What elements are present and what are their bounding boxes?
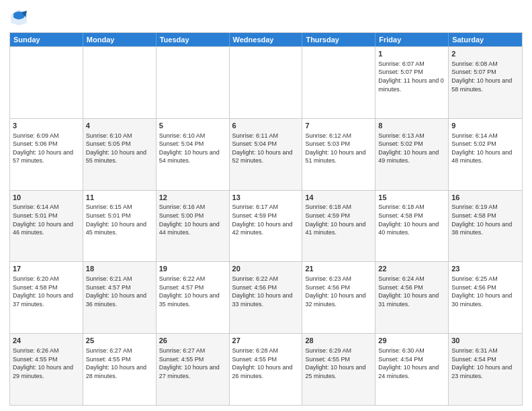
- cell-info: Sunrise: 6:11 AMSunset: 5:04 PMDaylight:…: [232, 132, 300, 165]
- cal-cell: 13Sunrise: 6:17 AMSunset: 4:59 PMDayligh…: [230, 191, 303, 262]
- day-number: 13: [232, 193, 300, 203]
- cell-info: Sunrise: 6:21 AMSunset: 4:57 PMDaylight:…: [86, 275, 153, 308]
- cell-info: Sunrise: 6:09 AMSunset: 5:06 PMDaylight:…: [13, 132, 80, 165]
- cal-cell: 22Sunrise: 6:24 AMSunset: 4:56 PMDayligh…: [375, 262, 449, 333]
- cell-info: Sunrise: 6:19 AMSunset: 4:58 PMDaylight:…: [451, 203, 519, 236]
- cell-info: Sunrise: 6:10 AMSunset: 5:04 PMDaylight:…: [159, 132, 226, 165]
- cal-cell: 25Sunrise: 6:27 AMSunset: 4:55 PMDayligh…: [83, 334, 157, 405]
- week-row-5: 24Sunrise: 6:26 AMSunset: 4:55 PMDayligh…: [10, 333, 522, 405]
- week-row-4: 17Sunrise: 6:20 AMSunset: 4:58 PMDayligh…: [10, 261, 522, 333]
- day-number: 30: [451, 336, 519, 346]
- day-number: 22: [378, 264, 445, 274]
- day-number: 21: [305, 264, 372, 274]
- page-container: SundayMondayTuesdayWednesdayThursdayFrid…: [0, 0, 532, 411]
- cell-info: Sunrise: 6:14 AMSunset: 5:01 PMDaylight:…: [13, 203, 80, 236]
- cell-info: Sunrise: 6:25 AMSunset: 4:56 PMDaylight:…: [451, 275, 519, 308]
- cal-cell: 15Sunrise: 6:18 AMSunset: 4:58 PMDayligh…: [375, 191, 449, 262]
- cal-cell: [230, 47, 303, 118]
- page-header: [9, 8, 523, 27]
- cal-cell: 8Sunrise: 6:13 AMSunset: 5:02 PMDaylight…: [375, 119, 449, 190]
- cell-info: Sunrise: 6:13 AMSunset: 5:02 PMDaylight:…: [378, 132, 445, 165]
- day-number: 1: [378, 49, 445, 59]
- day-number: 28: [305, 336, 372, 346]
- day-number: 9: [451, 121, 519, 131]
- day-number: 2: [451, 49, 519, 59]
- cal-cell: 17Sunrise: 6:20 AMSunset: 4:58 PMDayligh…: [10, 262, 83, 333]
- cell-info: Sunrise: 6:27 AMSunset: 4:55 PMDaylight:…: [86, 347, 153, 380]
- logo: [9, 8, 31, 27]
- cell-info: Sunrise: 6:12 AMSunset: 5:03 PMDaylight:…: [305, 132, 372, 165]
- cal-cell: 14Sunrise: 6:18 AMSunset: 4:59 PMDayligh…: [302, 191, 375, 262]
- cell-info: Sunrise: 6:22 AMSunset: 4:56 PMDaylight:…: [232, 275, 300, 308]
- day-number: 29: [378, 336, 445, 346]
- day-number: 25: [86, 336, 153, 346]
- cal-cell: 21Sunrise: 6:23 AMSunset: 4:56 PMDayligh…: [302, 262, 375, 333]
- day-number: 24: [13, 336, 80, 346]
- cal-cell: 6Sunrise: 6:11 AMSunset: 5:04 PMDaylight…: [230, 119, 303, 190]
- cal-cell: 27Sunrise: 6:28 AMSunset: 4:55 PMDayligh…: [230, 334, 303, 405]
- day-header-monday: Monday: [83, 33, 157, 46]
- cal-cell: [157, 47, 230, 118]
- cell-info: Sunrise: 6:10 AMSunset: 5:05 PMDaylight:…: [86, 132, 153, 165]
- day-number: 16: [451, 193, 519, 203]
- cell-info: Sunrise: 6:24 AMSunset: 4:56 PMDaylight:…: [378, 275, 445, 308]
- cal-cell: 23Sunrise: 6:25 AMSunset: 4:56 PMDayligh…: [449, 262, 522, 333]
- cal-cell: [10, 47, 83, 118]
- cell-info: Sunrise: 6:14 AMSunset: 5:02 PMDaylight:…: [451, 132, 519, 165]
- day-header-tuesday: Tuesday: [157, 33, 230, 46]
- cell-info: Sunrise: 6:26 AMSunset: 4:55 PMDaylight:…: [13, 347, 80, 380]
- cal-cell: 26Sunrise: 6:27 AMSunset: 4:55 PMDayligh…: [157, 334, 230, 405]
- day-header-saturday: Saturday: [449, 33, 522, 46]
- cell-info: Sunrise: 6:31 AMSunset: 4:54 PMDaylight:…: [451, 347, 519, 380]
- cell-info: Sunrise: 6:17 AMSunset: 4:59 PMDaylight:…: [232, 203, 300, 236]
- cal-cell: 4Sunrise: 6:10 AMSunset: 5:05 PMDaylight…: [83, 119, 157, 190]
- cal-cell: 7Sunrise: 6:12 AMSunset: 5:03 PMDaylight…: [302, 119, 375, 190]
- cal-cell: 18Sunrise: 6:21 AMSunset: 4:57 PMDayligh…: [83, 262, 157, 333]
- week-row-3: 10Sunrise: 6:14 AMSunset: 5:01 PMDayligh…: [10, 190, 522, 262]
- cell-info: Sunrise: 6:29 AMSunset: 4:55 PMDaylight:…: [305, 347, 372, 380]
- cell-info: Sunrise: 6:22 AMSunset: 4:57 PMDaylight:…: [159, 275, 226, 308]
- cal-cell: 9Sunrise: 6:14 AMSunset: 5:02 PMDaylight…: [449, 119, 522, 190]
- day-number: 4: [86, 121, 153, 131]
- cal-cell: [83, 47, 157, 118]
- day-number: 20: [232, 264, 300, 274]
- day-number: 26: [159, 336, 226, 346]
- cal-cell: 12Sunrise: 6:16 AMSunset: 5:00 PMDayligh…: [157, 191, 230, 262]
- day-number: 11: [86, 193, 153, 203]
- cal-cell: 5Sunrise: 6:10 AMSunset: 5:04 PMDaylight…: [157, 119, 230, 190]
- day-number: 5: [159, 121, 226, 131]
- cal-cell: 30Sunrise: 6:31 AMSunset: 4:54 PMDayligh…: [449, 334, 522, 405]
- cal-cell: 1Sunrise: 6:07 AMSunset: 5:07 PMDaylight…: [375, 47, 449, 118]
- cal-cell: [302, 47, 375, 118]
- day-number: 27: [232, 336, 300, 346]
- cell-info: Sunrise: 6:15 AMSunset: 5:01 PMDaylight:…: [86, 203, 153, 236]
- cal-cell: 10Sunrise: 6:14 AMSunset: 5:01 PMDayligh…: [10, 191, 83, 262]
- day-number: 19: [159, 264, 226, 274]
- cal-cell: 11Sunrise: 6:15 AMSunset: 5:01 PMDayligh…: [83, 191, 157, 262]
- cal-cell: 19Sunrise: 6:22 AMSunset: 4:57 PMDayligh…: [157, 262, 230, 333]
- cell-info: Sunrise: 6:16 AMSunset: 5:00 PMDaylight:…: [159, 203, 226, 236]
- week-row-2: 3Sunrise: 6:09 AMSunset: 5:06 PMDaylight…: [10, 118, 522, 190]
- cell-info: Sunrise: 6:28 AMSunset: 4:55 PMDaylight:…: [232, 347, 300, 380]
- day-number: 18: [86, 264, 153, 274]
- day-number: 10: [13, 193, 80, 203]
- day-number: 8: [378, 121, 445, 131]
- cell-info: Sunrise: 6:08 AMSunset: 5:07 PMDaylight:…: [451, 60, 519, 93]
- cal-cell: 28Sunrise: 6:29 AMSunset: 4:55 PMDayligh…: [302, 334, 375, 405]
- day-header-thursday: Thursday: [302, 33, 375, 46]
- day-number: 7: [305, 121, 372, 131]
- calendar: SundayMondayTuesdayWednesdayThursdayFrid…: [9, 32, 523, 406]
- cal-cell: 20Sunrise: 6:22 AMSunset: 4:56 PMDayligh…: [230, 262, 303, 333]
- day-number: 23: [451, 264, 519, 274]
- cal-cell: 2Sunrise: 6:08 AMSunset: 5:07 PMDaylight…: [449, 47, 522, 118]
- cell-info: Sunrise: 6:20 AMSunset: 4:58 PMDaylight:…: [13, 275, 80, 308]
- week-row-1: 1Sunrise: 6:07 AMSunset: 5:07 PMDaylight…: [10, 46, 522, 118]
- cell-info: Sunrise: 6:23 AMSunset: 4:56 PMDaylight:…: [305, 275, 372, 308]
- day-number: 15: [378, 193, 445, 203]
- calendar-header: SundayMondayTuesdayWednesdayThursdayFrid…: [10, 33, 522, 46]
- logo-icon: [9, 8, 28, 27]
- day-header-sunday: Sunday: [10, 33, 83, 46]
- day-header-wednesday: Wednesday: [230, 33, 303, 46]
- calendar-body: 1Sunrise: 6:07 AMSunset: 5:07 PMDaylight…: [10, 46, 522, 405]
- cal-cell: 3Sunrise: 6:09 AMSunset: 5:06 PMDaylight…: [10, 119, 83, 190]
